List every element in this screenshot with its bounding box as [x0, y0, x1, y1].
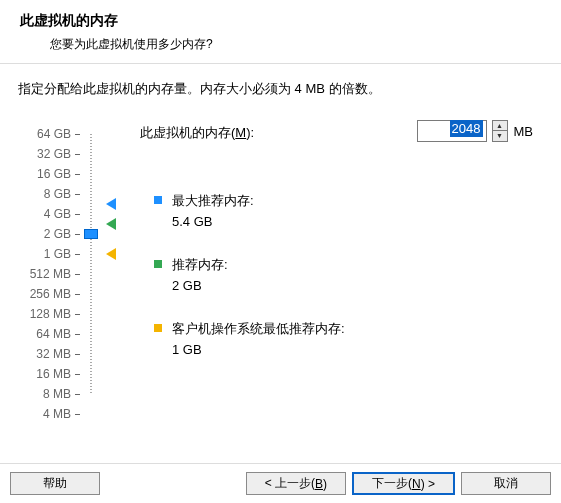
instruction-text: 指定分配给此虚拟机的内存量。内存大小必须为 4 MB 的倍数。	[18, 80, 543, 98]
scale-label: 32 MB	[36, 347, 71, 361]
scale-mark	[75, 334, 80, 335]
scale-tick: 8 GB	[18, 184, 80, 204]
help-button[interactable]: 帮助	[10, 472, 100, 495]
memory-spinner[interactable]: ▲ ▼	[492, 120, 508, 142]
scale-mark	[75, 294, 80, 295]
marker-pointer-icon	[106, 248, 116, 260]
scale-tick: 32 MB	[18, 344, 80, 364]
scale-tick: 16 GB	[18, 164, 80, 184]
scale-mark	[75, 234, 80, 235]
footer: 帮助 < 上一步(B) 下一步(N) > 取消	[0, 463, 561, 503]
marker-pointer-icon	[106, 218, 116, 230]
scale-label: 8 GB	[44, 187, 71, 201]
scale-mark	[75, 254, 80, 255]
recommendation-label: 推荐内存:	[172, 256, 228, 274]
scale-tick: 16 MB	[18, 364, 80, 384]
scale-tick: 2 GB	[18, 224, 80, 244]
memory-value[interactable]: 2048	[450, 120, 483, 137]
scale-label: 16 MB	[36, 367, 71, 381]
recommendation-value: 2 GB	[172, 278, 228, 293]
scale-label: 8 MB	[43, 387, 71, 401]
scale-label: 256 MB	[30, 287, 71, 301]
recommendation-label: 客户机操作系统最低推荐内存:	[172, 320, 345, 338]
scale-tick: 64 MB	[18, 324, 80, 344]
scale-label: 1 GB	[44, 247, 71, 261]
scale-mark	[75, 414, 80, 415]
recommendation-value: 1 GB	[172, 342, 345, 357]
recommendation-block: 客户机操作系统最低推荐内存:1 GB	[172, 320, 345, 357]
scale-mark	[75, 314, 80, 315]
scale-label: 32 GB	[37, 147, 71, 161]
memory-unit: MB	[514, 124, 534, 139]
scale-mark	[75, 374, 80, 375]
scale-label: 64 GB	[37, 127, 71, 141]
scale-label: 128 MB	[30, 307, 71, 321]
recommendation-block: 最大推荐内存:5.4 GB	[172, 192, 254, 229]
scale-label: 512 MB	[30, 267, 71, 281]
scale-tick: 128 MB	[18, 304, 80, 324]
scale-mark	[75, 274, 80, 275]
scale-tick: 512 MB	[18, 264, 80, 284]
spin-up-button[interactable]: ▲	[493, 121, 507, 131]
square-marker-icon	[154, 324, 162, 332]
square-marker-icon	[154, 196, 162, 204]
pointer-column	[106, 124, 124, 404]
scale-mark	[75, 214, 80, 215]
scale-tick: 1 GB	[18, 244, 80, 264]
cancel-button[interactable]: 取消	[461, 472, 551, 495]
memory-slider[interactable]	[84, 124, 98, 404]
scale-mark	[75, 394, 80, 395]
memory-label: 此虚拟机的内存(M):	[140, 125, 254, 140]
scale-tick: 4 GB	[18, 204, 80, 224]
scale-tick: 32 GB	[18, 144, 80, 164]
recommendation-value: 5.4 GB	[172, 214, 254, 229]
scale-tick: 8 MB	[18, 384, 80, 404]
scale-label: 2 GB	[44, 227, 71, 241]
scale-label: 4 MB	[43, 407, 71, 421]
scale-tick: 4 MB	[18, 404, 80, 424]
scale-mark	[75, 134, 80, 135]
scale-mark	[75, 154, 80, 155]
page-title: 此虚拟机的内存	[20, 12, 541, 30]
square-marker-icon	[154, 260, 162, 268]
slider-thumb[interactable]	[84, 229, 98, 239]
scale-label: 16 GB	[37, 167, 71, 181]
scale-mark	[75, 354, 80, 355]
scale-tick: 64 GB	[18, 124, 80, 144]
next-button[interactable]: 下一步(N) >	[352, 472, 455, 495]
recommendation-block: 推荐内存:2 GB	[172, 256, 228, 293]
memory-scale: 64 GB32 GB16 GB8 GB4 GB2 GB1 GB512 MB256…	[18, 124, 80, 424]
memory-input[interactable]: 2048	[417, 120, 487, 142]
scale-label: 4 GB	[44, 207, 71, 221]
marker-pointer-icon	[106, 198, 116, 210]
scale-mark	[75, 174, 80, 175]
spin-down-button[interactable]: ▼	[493, 131, 507, 141]
scale-mark	[75, 194, 80, 195]
scale-tick: 256 MB	[18, 284, 80, 304]
page-subtitle: 您要为此虚拟机使用多少内存?	[20, 36, 541, 53]
slider-track	[90, 134, 92, 394]
scale-label: 64 MB	[36, 327, 71, 341]
back-button[interactable]: < 上一步(B)	[246, 472, 346, 495]
recommendation-label: 最大推荐内存:	[172, 192, 254, 210]
